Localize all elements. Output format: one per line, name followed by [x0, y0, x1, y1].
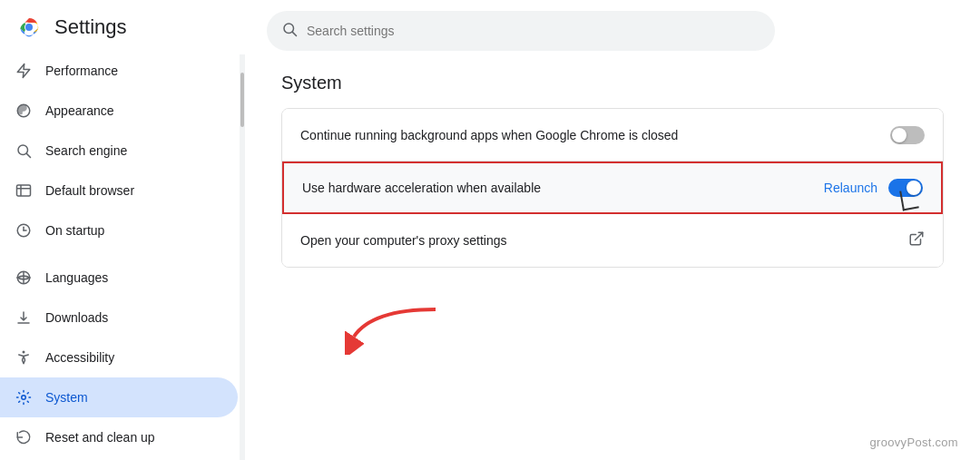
- hardware-accel-toggle[interactable]: [888, 179, 923, 197]
- languages-icon: [15, 269, 33, 287]
- svg-point-13: [22, 396, 26, 400]
- svg-rect-6: [17, 185, 31, 196]
- system-icon: [15, 388, 33, 406]
- main-content: System Continue running background apps …: [245, 0, 980, 460]
- sidebar-item-label-accessibility: Accessibility: [45, 350, 114, 365]
- svg-point-2: [25, 24, 33, 31]
- background-apps-toggle[interactable]: [890, 126, 925, 144]
- sidebar-item-label-system: System: [45, 390, 88, 405]
- svg-point-12: [23, 351, 25, 354]
- hardware-accel-toggle-thumb: [906, 181, 921, 195]
- sidebar-item-performance[interactable]: Performance: [0, 51, 238, 91]
- default-browser-icon: [15, 181, 33, 200]
- sidebar-item-system[interactable]: System: [0, 377, 238, 417]
- search-icon: [15, 142, 33, 160]
- sidebar-item-default-browser[interactable]: Default browser: [0, 171, 238, 210]
- search-input[interactable]: [307, 24, 760, 38]
- section-title: System: [281, 73, 944, 93]
- proxy-label: Open your computer's proxy settings: [300, 233, 908, 248]
- sidebar-item-label-downloads: Downloads: [45, 310, 108, 325]
- sidebar-item-reset[interactable]: Reset and clean up: [0, 417, 238, 457]
- sidebar-item-languages[interactable]: Languages: [0, 258, 238, 298]
- svg-line-5: [26, 153, 30, 157]
- proxy-actions: [908, 230, 925, 251]
- reset-icon: [15, 428, 33, 446]
- background-apps-actions: [890, 126, 925, 144]
- appearance-icon: [15, 102, 33, 120]
- sidebar-item-label-default-browser: Default browser: [45, 183, 134, 198]
- sidebar-item-label-reset: Reset and clean up: [45, 430, 155, 445]
- sidebar-scrollbar-thumb: [240, 73, 244, 127]
- sidebar: Settings PerformanceAppearanceSearch eng…: [0, 0, 245, 460]
- sidebar-item-label-languages: Languages: [45, 270, 108, 285]
- search-icon: [281, 21, 298, 42]
- nav-items-container: PerformanceAppearanceSearch engineDefaul…: [0, 51, 245, 457]
- background-apps-label: Continue running background apps when Go…: [300, 128, 890, 142]
- chrome-logo-icon: [15, 13, 44, 42]
- sidebar-header: Settings: [0, 0, 245, 51]
- watermark: groovyPost.com: [870, 436, 958, 449]
- svg-line-15: [292, 32, 296, 35]
- sidebar-item-search-engine[interactable]: Search engine: [0, 131, 238, 171]
- hardware-accel-actions: Relaunch: [824, 179, 923, 197]
- hardware-accel-label: Use hardware acceleration when available: [302, 181, 824, 195]
- app-container: Settings PerformanceAppearanceSearch eng…: [0, 0, 980, 460]
- startup-icon: [15, 221, 33, 240]
- sidebar-item-downloads[interactable]: Downloads: [0, 298, 238, 338]
- setting-row-hardware-accel: Use hardware acceleration when available…: [282, 161, 943, 214]
- performance-icon: [15, 62, 33, 80]
- sidebar-item-label-appearance: Appearance: [45, 103, 114, 118]
- content-area: System Continue running background apps …: [245, 58, 980, 460]
- sidebar-item-appearance[interactable]: Appearance: [0, 91, 238, 131]
- downloads-icon: [15, 308, 33, 327]
- svg-line-16: [916, 232, 923, 240]
- sidebar-item-accessibility[interactable]: Accessibility: [0, 338, 238, 377]
- sidebar-item-on-startup[interactable]: On startup: [0, 210, 238, 250]
- accessibility-icon: [15, 348, 33, 367]
- sidebar-item-label-search-engine: Search engine: [45, 143, 127, 158]
- background-apps-toggle-thumb: [892, 128, 906, 142]
- relaunch-button[interactable]: Relaunch: [824, 181, 877, 195]
- external-link-icon[interactable]: [908, 230, 925, 251]
- red-arrow: [345, 300, 454, 358]
- setting-row-background-apps: Continue running background apps when Go…: [282, 109, 943, 161]
- settings-card: Continue running background apps when Go…: [281, 108, 944, 268]
- nav-section-gap-1: [0, 250, 245, 258]
- sidebar-item-label-on-startup: On startup: [45, 223, 104, 238]
- settings-title: Settings: [54, 15, 127, 39]
- sidebar-scroll[interactable]: PerformanceAppearanceSearch engineDefaul…: [0, 51, 245, 460]
- sidebar-item-label-performance: Performance: [45, 64, 118, 78]
- search-box[interactable]: [267, 11, 775, 51]
- setting-row-proxy: Open your computer's proxy settings: [282, 214, 943, 267]
- top-bar: [245, 0, 980, 58]
